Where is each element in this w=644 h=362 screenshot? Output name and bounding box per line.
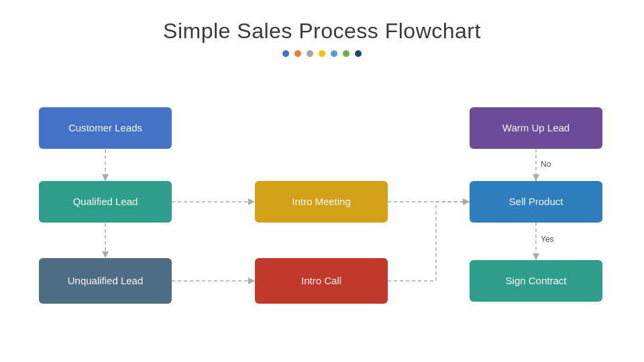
dot-decoration [331, 50, 337, 57]
dots-decoration [0, 50, 644, 57]
svg-marker-5 [248, 198, 255, 205]
warm-up-lead-node: Warm Up Lead [470, 107, 602, 149]
flowchart-container: No Yes Customer Leads Qualified Lead Unq… [0, 87, 644, 355]
dot-decoration [307, 50, 313, 57]
dot-decoration [282, 50, 289, 57]
intro-call-node: Intro Call [255, 258, 388, 304]
svg-marker-1 [102, 174, 109, 181]
dot-decoration [343, 50, 350, 57]
svg-marker-7 [248, 278, 255, 284]
no-label: No [541, 160, 551, 169]
svg-marker-3 [102, 251, 109, 258]
dot-decoration [355, 50, 362, 57]
sign-contract-node: Sign Contract [470, 260, 602, 302]
yes-label: Yes [541, 235, 554, 244]
svg-marker-9 [463, 198, 470, 205]
intro-meeting-node: Intro Meeting [255, 181, 388, 223]
customer-leads-node: Customer Leads [39, 107, 172, 149]
sell-product-node: Sell Product [470, 181, 602, 223]
unqualified-lead-node: Unqualified Lead [39, 258, 172, 304]
page-title: Simple Sales Process Flowchart [0, 0, 644, 44]
qualified-lead-node: Qualified Lead [39, 181, 172, 223]
dot-decoration [294, 50, 301, 57]
svg-marker-10 [463, 198, 470, 205]
svg-marker-14 [533, 253, 539, 260]
svg-marker-12 [533, 174, 539, 181]
dot-decoration [319, 50, 325, 57]
